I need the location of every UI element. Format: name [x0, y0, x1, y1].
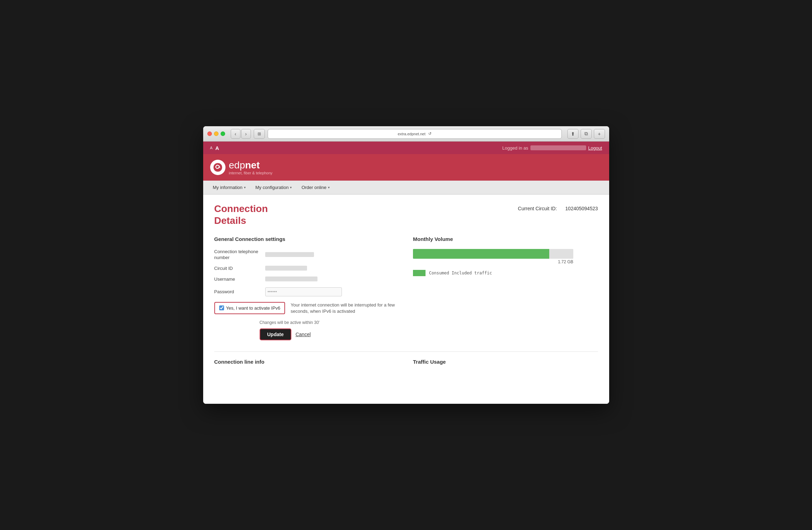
field-label-username: Username: [214, 277, 260, 282]
share-button[interactable]: ⬆: [567, 129, 579, 139]
logo: edpnet internet, fiber & telephony: [210, 160, 273, 175]
circuit-id-value: 102405094523: [565, 206, 598, 211]
ipv6-label: Yes, I want to activate IPv6: [226, 305, 281, 311]
site-topbar: A A Logged in as Logout: [203, 142, 609, 154]
back-button[interactable]: ‹: [231, 129, 240, 139]
volume-label: 1.72 GB: [413, 259, 573, 264]
main-content: Connection Details Current Circuit ID: 1…: [203, 195, 609, 404]
title-bar: ‹ › ⊞ extra.edpnet.net ↺ ⬆ ⧉ +: [203, 126, 609, 142]
browser-window: ‹ › ⊞ extra.edpnet.net ↺ ⬆ ⧉ + A A Logge…: [203, 126, 609, 404]
new-tab-button[interactable]: ⧉: [581, 129, 592, 139]
minimize-button[interactable]: [214, 131, 219, 136]
field-row-username: Username: [214, 277, 399, 282]
legend-color-box: [413, 270, 426, 276]
connection-line-info-title: Connection line info: [214, 359, 399, 365]
traffic-lights: [207, 131, 225, 136]
plus-button[interactable]: +: [594, 129, 605, 139]
nav-order-online-label: Order online: [301, 185, 327, 190]
nav-my-information-label: My information: [213, 185, 243, 190]
sidebar-toggle-button[interactable]: ⊞: [254, 129, 265, 139]
field-row-circuit-id: Circuit ID: [214, 266, 399, 272]
circuit-info: Current Circuit ID: 102405094523: [518, 206, 598, 211]
forward-button[interactable]: ›: [241, 129, 251, 139]
general-settings-section: General Connection settings Connection t…: [214, 236, 399, 340]
ipv6-checkbox-container[interactable]: Yes, I want to activate IPv6: [214, 302, 285, 314]
legend-label: Consumed Included traffic: [429, 271, 492, 275]
nav-my-configuration[interactable]: My configuration ▾: [251, 182, 296, 193]
volume-bar-track: [413, 249, 573, 259]
nav-order-online[interactable]: Order online ▾: [297, 182, 334, 193]
close-button[interactable]: [207, 131, 212, 136]
traffic-usage-title: Traffic Usage: [413, 359, 598, 365]
ipv6-note: Your internet connection will be interru…: [291, 302, 399, 315]
logo-tagline: internet, fiber & telephony: [229, 171, 273, 175]
chevron-down-icon: ▾: [290, 186, 292, 189]
field-row-phone: Connection telephone number: [214, 249, 399, 261]
login-status: Logged in as Logout: [502, 145, 602, 151]
svg-point-0: [213, 163, 222, 172]
circuit-id-label: Current Circuit ID:: [518, 206, 557, 211]
nav-my-information[interactable]: My information ▾: [209, 182, 250, 193]
url-text: extra.edpnet.net: [398, 132, 426, 136]
maximize-button[interactable]: [221, 131, 225, 136]
field-value-circuit-id: [265, 266, 307, 272]
changes-note: Changes will be active within 30': [260, 320, 399, 325]
field-label-phone: Connection telephone number: [214, 249, 260, 261]
chevron-down-icon: ▾: [244, 186, 246, 189]
font-small-label[interactable]: A: [210, 146, 213, 150]
username-blurred: [530, 145, 586, 150]
page-title: Connection Details: [214, 203, 268, 226]
volume-legend: Consumed Included traffic: [413, 270, 598, 276]
ipv6-section: Yes, I want to activate IPv6 Your intern…: [214, 302, 399, 315]
logged-in-label: Logged in as: [502, 145, 528, 151]
field-label-password: Password: [214, 289, 260, 295]
field-value-phone: [265, 252, 314, 258]
general-settings-title: General Connection settings: [214, 236, 399, 242]
ipv6-checkbox[interactable]: [219, 305, 224, 310]
connection-line-info-section: Connection line info: [214, 359, 399, 365]
nav-my-configuration-label: My configuration: [255, 185, 289, 190]
field-value-username: [265, 277, 317, 282]
update-button[interactable]: Update: [260, 328, 291, 340]
field-row-password: Password: [214, 287, 399, 296]
reload-icon[interactable]: ↺: [428, 131, 431, 136]
monthly-volume-section: Monthly Volume 1.72 GB Consumed Included…: [413, 236, 598, 340]
password-input[interactable]: [265, 287, 342, 296]
form-actions: Update Cancel: [260, 328, 399, 340]
volume-bar-container: 1.72 GB: [413, 249, 598, 264]
field-label-circuit-id: Circuit ID: [214, 266, 260, 272]
nav-bar: My information ▾ My configuration ▾ Orde…: [203, 181, 609, 195]
logout-link[interactable]: Logout: [588, 145, 602, 151]
url-bar[interactable]: extra.edpnet.net ↺: [268, 129, 562, 139]
two-col-layout: General Connection settings Connection t…: [214, 236, 598, 340]
cancel-button[interactable]: Cancel: [296, 332, 311, 337]
font-size-controls: A A: [210, 145, 219, 151]
logo-icon: [210, 160, 225, 175]
traffic-usage-section: Traffic Usage: [413, 359, 598, 365]
logo-name: edpnet: [229, 160, 273, 171]
monthly-volume-title: Monthly Volume: [413, 236, 598, 242]
site-header: edpnet internet, fiber & telephony: [203, 154, 609, 181]
bottom-sections: Connection line info Traffic Usage: [214, 351, 598, 365]
volume-bar-fill: [413, 249, 549, 259]
logo-text: edpnet internet, fiber & telephony: [229, 160, 273, 175]
chevron-down-icon: ▾: [328, 186, 330, 189]
page-header: Connection Details Current Circuit ID: 1…: [214, 203, 598, 226]
font-large-label[interactable]: A: [215, 145, 219, 151]
